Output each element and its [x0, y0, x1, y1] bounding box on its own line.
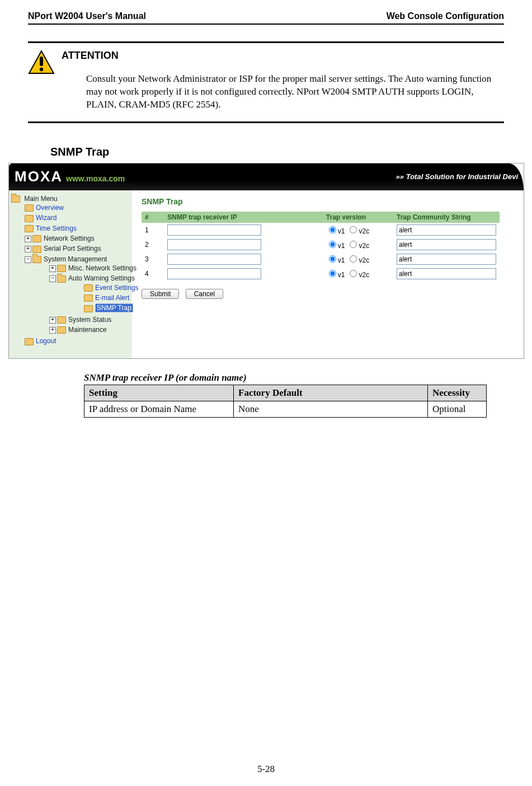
attention-title: ATTENTION [62, 50, 504, 62]
nav-wizard[interactable]: Wizard [11, 213, 131, 223]
tagline-text: Total Solution for Industrial Devi [406, 172, 518, 181]
nav-time[interactable]: Time Settings [11, 223, 131, 233]
nav-sysmgmt-label: System Management [44, 255, 107, 263]
nav-maint[interactable]: +Maintenance [25, 325, 131, 335]
trap-comm-input-1[interactable] [397, 224, 496, 236]
folder-icon [11, 195, 20, 203]
doc-title-right: Web Console Configuration [387, 11, 504, 21]
folder-icon [32, 256, 41, 263]
settings-r1c1: IP address or Domain Name [84, 401, 234, 417]
trap-v1-radio-4[interactable] [329, 270, 336, 277]
trap-ip-input-4[interactable] [167, 268, 261, 279]
row-num: 2 [142, 237, 164, 252]
expand-icon[interactable]: + [25, 246, 31, 252]
collapse-icon[interactable]: − [49, 275, 56, 282]
nav-logout-label: Logout [36, 337, 57, 345]
folder-icon [25, 338, 34, 345]
trap-v2c-radio-3[interactable] [350, 255, 357, 263]
doc-title-left: NPort W2004 User's Manual [28, 11, 146, 21]
v2c-label: v2c [359, 227, 369, 235]
nav-autowarn-label: Auto Warning Settings [68, 274, 135, 282]
trap-v2c-radio-1[interactable] [350, 226, 357, 233]
collapse-icon[interactable]: − [25, 256, 31, 263]
folder-icon [84, 284, 93, 292]
nav-main-menu[interactable]: Main Menu Overview Wizard Time Settings … [9, 194, 131, 348]
trap-comm-input-3[interactable] [397, 254, 496, 265]
attention-body: Consult your Network Administrator or IS… [62, 73, 504, 111]
trap-v2c-radio-2[interactable] [350, 241, 357, 248]
pane-title: SNMP Trap [142, 197, 524, 206]
nav-autowarn[interactable]: −Auto Warning Settings Event Settings E-… [25, 273, 131, 314]
trap-v1-radio-1[interactable] [329, 226, 336, 233]
nav-serial[interactable]: +Serial Port Settings [11, 244, 131, 254]
table-row: 4 v1v2c [142, 266, 500, 281]
nav-snmp-label: SNMP Trap [95, 303, 133, 312]
expand-icon[interactable]: + [25, 236, 31, 242]
nav-event-label: Event Settings [95, 284, 138, 292]
folder-icon [57, 316, 66, 324]
nav-logout[interactable]: Logout [11, 336, 131, 346]
svg-point-2 [40, 68, 43, 71]
col-num: # [142, 212, 164, 223]
trap-v1-radio-2[interactable] [329, 241, 336, 248]
table-caption: SNMP trap receiver IP (or domain name) [84, 372, 504, 383]
row-num: 3 [142, 252, 164, 266]
settings-h3: Necessity [428, 385, 487, 401]
trap-ip-input-3[interactable] [167, 254, 261, 265]
cancel-button[interactable]: Cancel [186, 289, 223, 299]
nav-network-label: Network Settings [44, 235, 95, 242]
nav-email[interactable]: E-mail Alert [49, 293, 131, 303]
folder-icon [57, 265, 66, 272]
tagline-arrows: »» [396, 172, 404, 181]
trap-ip-input-1[interactable] [167, 224, 261, 236]
trap-v1-radio-3[interactable] [329, 255, 336, 263]
col-ip: SNMP trap receiver IP [164, 212, 323, 223]
nav-network[interactable]: +Network Settings [11, 233, 131, 244]
nav-maint-label: Maintenance [68, 326, 107, 334]
folder-icon [32, 246, 41, 253]
table-row: 2 v1v2c [142, 237, 500, 252]
nav-tree: Main Menu Overview Wizard Time Settings … [9, 190, 131, 358]
nav-event[interactable]: Event Settings [49, 283, 131, 293]
v1-label: v1 [338, 271, 345, 279]
nav-sysmgmt[interactable]: −System Management +Misc. Network Settin… [11, 254, 131, 336]
table-row: 3 v1v2c [142, 252, 500, 266]
moxa-url: www.moxa.com [66, 174, 125, 183]
folder-icon [57, 326, 66, 334]
nav-wizard-label: Wizard [36, 214, 57, 222]
settings-table: Setting Factory Default Necessity IP add… [84, 385, 487, 418]
v1-label: v1 [338, 227, 345, 235]
nav-email-label: E-mail Alert [95, 294, 129, 302]
trap-comm-input-2[interactable] [397, 239, 496, 250]
trap-v2c-radio-4[interactable] [350, 270, 357, 277]
submit-button[interactable]: Submit [142, 289, 179, 299]
nav-overview-label: Overview [36, 204, 64, 212]
warning-icon [28, 50, 55, 74]
folder-icon [25, 215, 34, 222]
v2c-label: v2c [359, 256, 369, 264]
expand-icon[interactable]: + [49, 327, 56, 334]
nav-miscnet[interactable]: +Misc. Network Settings [25, 263, 131, 273]
col-comm: Trap Community String [393, 212, 500, 223]
row-num: 4 [142, 266, 164, 281]
v2c-label: v2c [359, 242, 369, 250]
row-num: 1 [142, 223, 164, 237]
trap-ip-input-2[interactable] [167, 239, 261, 250]
nav-time-label: Time Settings [36, 224, 77, 232]
expand-icon[interactable]: + [49, 265, 56, 272]
expand-icon[interactable]: + [49, 317, 56, 324]
trap-comm-input-4[interactable] [397, 268, 496, 279]
settings-h1: Setting [84, 385, 234, 401]
table-row: 1 v1v2c [142, 223, 500, 237]
folder-icon [84, 294, 93, 302]
snmp-trap-table: # SNMP trap receiver IP Trap version Tra… [142, 212, 500, 281]
moxa-banner: MOXA www.moxa.com »» Total Solution for … [9, 163, 524, 190]
nav-sysstatus-label: System Status [68, 316, 111, 324]
nav-serial-label: Serial Port Settings [44, 245, 101, 252]
nav-overview[interactable]: Overview [11, 203, 131, 213]
nav-snmp[interactable]: SNMP Trap [49, 303, 131, 313]
nav-sysstatus[interactable]: +System Status [25, 315, 131, 325]
nav-miscnet-label: Misc. Network Settings [68, 264, 136, 272]
folder-icon [25, 225, 34, 232]
settings-r1c3: Optional [428, 401, 487, 417]
